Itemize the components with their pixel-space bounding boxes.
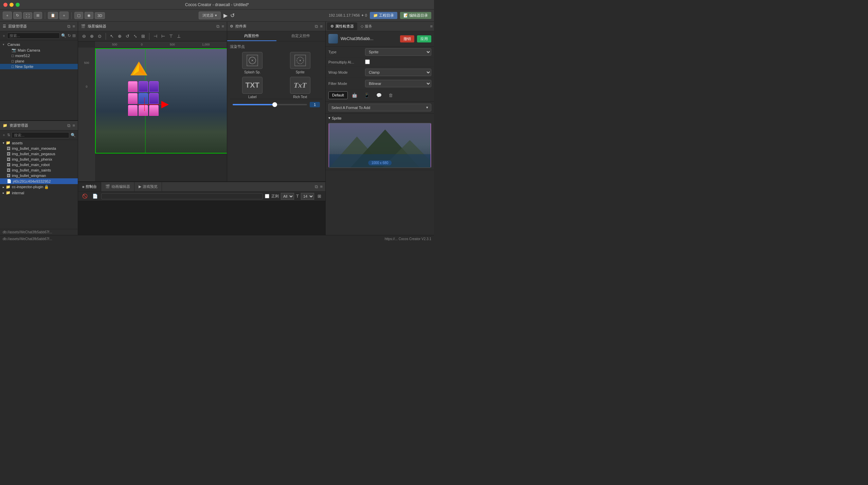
asset-item-phenix[interactable]: 🖼 img_bullet_main_phenix (0, 157, 78, 162)
asset-item-saints[interactable]: 🖼 img_bullet_main_saints (0, 167, 78, 173)
tab-animation-editor[interactable]: 🎬 动画编辑器 (101, 182, 134, 191)
apply-button[interactable]: 应用 (417, 35, 431, 42)
tree-item-main-camera[interactable]: 📷 Main Camera (0, 47, 78, 53)
font-size-select[interactable]: 14 (301, 193, 314, 200)
move-tool[interactable]: ⊕ (116, 33, 123, 39)
expand-button[interactable]: ⛶ (23, 12, 32, 19)
prop-filter-mode-row: Filter Mode Bilinear (326, 78, 434, 89)
refresh-scene-button[interactable]: ↺ (230, 12, 235, 19)
console-copy-icon[interactable]: ⧉ (315, 184, 318, 190)
scene-canvas[interactable] (95, 48, 227, 154)
comp-lib-copy[interactable]: ⧉ (315, 24, 318, 29)
add-node-button[interactable]: ＋ (2, 33, 6, 38)
browser-button[interactable]: 浏览器 ▾ (199, 12, 221, 19)
inspector-menu-icon[interactable]: ≡ (430, 24, 433, 29)
tree-item-more512[interactable]: □ more512 (0, 53, 78, 58)
search-icon[interactable]: 🔍 (61, 33, 66, 38)
record-button[interactable]: ◉ (85, 12, 93, 19)
mode-tab-delete[interactable]: 🗑 (386, 91, 396, 99)
mode-tab-android[interactable]: 🤖 (349, 91, 360, 99)
scene-menu-icon[interactable]: ≡ (221, 24, 224, 29)
console-clear-button[interactable]: 🚫 (81, 193, 89, 199)
asset-item-wingman[interactable]: 🖼 img_bullet_wingman (0, 173, 78, 178)
play-button[interactable]: ▶ (223, 12, 228, 19)
slider-thumb[interactable] (272, 102, 277, 107)
scene-viewport[interactable]: 用鼠标右键平移视图，使用滚轮缩放视图 500 0 500 1,000 500 0 (78, 41, 227, 181)
console-expand-button[interactable]: ⊞ (316, 193, 323, 199)
align-top[interactable]: ⊤ (168, 33, 174, 39)
tree-item-new-sprite[interactable]: □ New Sprite (0, 64, 78, 69)
zoom-in-button[interactable]: ⊕ (89, 33, 95, 39)
project-dir-button[interactable]: 📁 工程目录 (370, 12, 397, 19)
3d-toggle[interactable]: 3D (95, 12, 105, 19)
asset-item-robot[interactable]: 🖼 img_bullet_main_robot (0, 162, 78, 167)
align-bottom[interactable]: ⊥ (176, 33, 182, 39)
asset-item-meowsta[interactable]: 🖼 img_bullet_main_meowsta (0, 146, 78, 151)
scale-tool[interactable]: ⤡ (132, 33, 139, 39)
align-right[interactable]: ⊢ (160, 33, 166, 39)
tree-item-plane[interactable]: □ plane (0, 58, 78, 64)
asset-add-button[interactable]: ＋ (2, 132, 6, 138)
add-button[interactable]: ＋ (3, 12, 12, 19)
comp-sprite[interactable]: Sprite (278, 52, 323, 74)
preview-button[interactable]: ＋ (59, 12, 69, 19)
type-select[interactable]: Sprite (365, 48, 431, 56)
tab-service[interactable]: ◇ 服务 (357, 22, 376, 30)
editor-dir-button[interactable]: 📝 编辑器目录 (400, 12, 431, 19)
hierarchy-copy-icon[interactable]: ⧉ (67, 24, 70, 29)
asset-item-internal[interactable]: ▸ 📁 internal (0, 190, 78, 196)
comp-rich-text[interactable]: TxT Rich Text (278, 77, 323, 99)
asset-item-cc-inspector[interactable]: ▸ 📁 cc-inspector-plugin 🔒 (0, 184, 78, 190)
tab-custom-controls[interactable]: 自定义控件 (276, 31, 326, 41)
tab-console[interactable]: ≡ 控制台 (78, 182, 101, 191)
tab-game-preview[interactable]: ▶ 游戏预览 (134, 182, 162, 191)
asset-search-icon[interactable]: 🔍 (71, 133, 76, 138)
tab-property-inspector[interactable]: ⚙ 属性检查器 (327, 22, 357, 30)
asset-item-pegasus[interactable]: 🖼 img_bullet_main_pegasus (0, 151, 78, 157)
slider-track[interactable] (233, 104, 307, 105)
hierarchy-search-input[interactable] (7, 33, 60, 39)
console-filter-input[interactable] (101, 193, 263, 199)
asset-search-input[interactable] (12, 132, 69, 138)
select-tool[interactable]: ↖ (109, 33, 115, 39)
mode-tab-wechat[interactable]: 💬 (374, 91, 384, 99)
asset-item-assets-folder[interactable]: ▾ 📁 assets (0, 140, 78, 146)
mode-tab-ios[interactable]: 📱 (361, 91, 372, 99)
format-select[interactable]: Select A Format To Add ▾ (328, 104, 431, 111)
regex-checkbox[interactable] (265, 194, 269, 198)
asset-item-j40c[interactable]: 📄 j40c291c404e9332952 (0, 178, 78, 184)
premultiply-checkbox[interactable] (365, 59, 370, 64)
asset-sort-button[interactable]: ⇅ (7, 133, 10, 137)
close-button[interactable] (3, 3, 7, 7)
wrap-mode-select[interactable]: Clamp (365, 69, 431, 76)
build-button[interactable]: 📋 (48, 12, 58, 19)
screenshot-button[interactable]: ⊞ (34, 12, 42, 19)
asset-menu-icon[interactable]: ≡ (72, 123, 75, 128)
rotate-tool[interactable]: ↺ (124, 33, 131, 39)
console-menu-icon[interactable]: ≡ (320, 184, 323, 189)
align-left[interactable]: ⊣ (152, 33, 159, 39)
minimize-button[interactable] (10, 3, 14, 7)
comp-lib-menu[interactable]: ≡ (320, 24, 323, 29)
rect-tool[interactable]: ⊞ (140, 33, 146, 39)
zoom-out-button[interactable]: ⊖ (81, 33, 87, 39)
refresh-hierarchy-icon[interactable]: ↻ (68, 33, 71, 38)
filter-icon[interactable]: ⊞ (72, 33, 76, 38)
more512-label: more512 (15, 54, 30, 58)
fit-button[interactable]: ⊙ (96, 33, 103, 39)
asset-copy-icon[interactable]: ⧉ (67, 123, 70, 128)
refresh-button[interactable]: ↻ (13, 12, 22, 19)
log-level-select[interactable]: All (281, 193, 294, 200)
transform-button[interactable]: ▢ (74, 12, 83, 19)
scene-copy-icon[interactable]: ⧉ (216, 24, 219, 29)
maximize-button[interactable] (16, 3, 20, 7)
console-file-button[interactable]: 📄 (91, 193, 99, 199)
revert-button[interactable]: 撤销 (400, 35, 414, 42)
hierarchy-menu-icon[interactable]: ≡ (72, 24, 75, 29)
tab-builtin-controls[interactable]: 内置控件 (227, 31, 276, 41)
comp-label[interactable]: TXT Label (230, 77, 275, 99)
filter-mode-select[interactable]: Bilinear (365, 80, 431, 87)
mode-tab-default[interactable]: Default (328, 91, 348, 99)
comp-splash-sprite[interactable]: Splash Sp. (230, 52, 275, 74)
tree-item-canvas[interactable]: ▾ Canvas (0, 42, 78, 47)
